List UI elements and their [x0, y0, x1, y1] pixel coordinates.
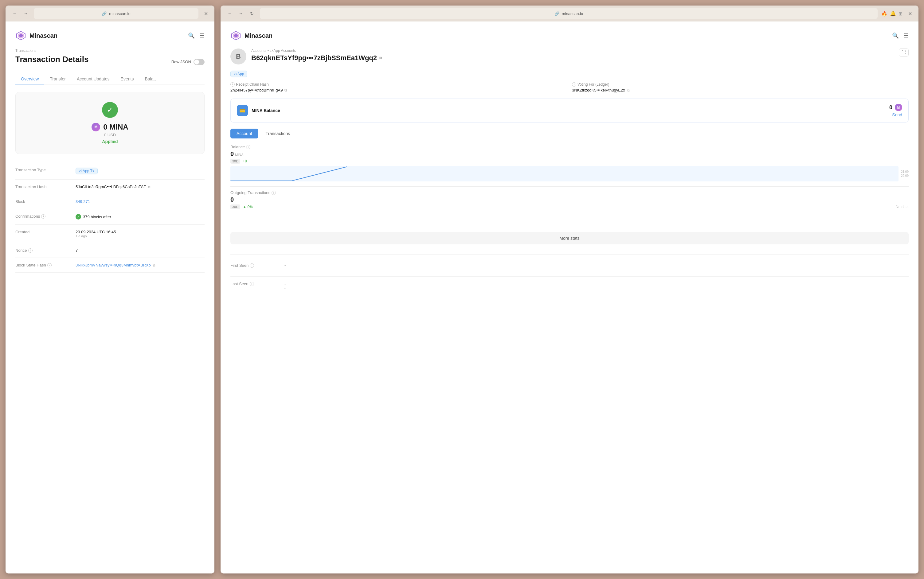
balance-left: 💳 MINA Balance: [237, 105, 280, 116]
chart-date-1: 21.09: [901, 170, 909, 173]
info-grid: i Receipt Chain Hash 2n24ii457py•••qtcdB…: [230, 82, 909, 92]
outgoing-stat-label: Outgoing Transactions i: [230, 190, 276, 195]
detail-row-hash: Transaction Hash 5JuCiLto3cRgmC•••LBFqk6…: [15, 180, 205, 194]
left-browser-window: ← → 🔗 minascan.io ✕ Minascan 🔍 ☰: [5, 5, 215, 574]
breadcrumb-left: Transactions: [15, 49, 205, 53]
more-stats-button[interactable]: More stats: [230, 232, 909, 244]
nonce-info-icon[interactable]: i: [28, 249, 33, 253]
outgoing-stat-info-icon[interactable]: i: [272, 191, 276, 195]
balance-mina-avatar: M: [895, 104, 902, 111]
zkapp-tag: zkApp: [230, 70, 247, 77]
last-seen-sub: -: [285, 286, 286, 290]
pill-tab-account[interactable]: Account: [230, 129, 258, 139]
wallet-icon: 💳: [237, 105, 248, 116]
reload-button-right[interactable]: ↻: [247, 9, 256, 18]
block-state-hash-copy-icon[interactable]: ⧉: [153, 263, 156, 267]
receipt-chain-hash-copy-icon[interactable]: ⧉: [285, 88, 287, 92]
account-address-text: B62qknETsYf9pg•••7zBjbSSmEa1Wgq2: [251, 54, 377, 62]
tab-bar-left: ← → 🔗 minascan.io ✕: [5, 5, 215, 21]
outgoing-period-area: 30D ▲ 0%: [230, 204, 253, 209]
receipt-info-icon[interactable]: i: [230, 82, 235, 87]
balance-chart: [230, 166, 898, 182]
account-address-copy-icon[interactable]: ⧉: [379, 56, 382, 60]
voting-for-cell: i Voting For (Ledger) 3NK2tkzqqK5•••keiP…: [572, 82, 909, 92]
balance-right: 0 M: [889, 104, 902, 111]
detail-value-block[interactable]: 349,271: [75, 199, 90, 204]
menu-button-right[interactable]: ☰: [904, 32, 909, 39]
last-seen-info-icon[interactable]: i: [250, 282, 254, 286]
tab-transfer[interactable]: Transfer: [44, 74, 71, 84]
balance-card: 💳 MINA Balance 0 M Send: [230, 98, 909, 123]
tab-bala[interactable]: Bala…: [139, 74, 163, 84]
created-ago: 1 d ago: [75, 234, 116, 238]
detail-row-block: Block 349,271: [15, 194, 205, 209]
close-button-left[interactable]: ✕: [202, 10, 210, 17]
last-seen-value-area: - -: [285, 281, 286, 290]
outgoing-chart-placeholder: [230, 212, 909, 227]
breadcrumb-accounts[interactable]: Accounts: [251, 49, 266, 53]
logo-text-left: Minascan: [29, 32, 57, 39]
first-seen-label: First Seen i: [230, 263, 280, 268]
nav-controls-right: ← → ↻: [226, 9, 256, 18]
nav-controls-left: ← →: [10, 9, 30, 18]
menu-button-left[interactable]: ☰: [200, 32, 205, 39]
site-header-right: Minascan 🔍 ☰: [230, 30, 909, 41]
confirmations-info-icon[interactable]: i: [41, 214, 46, 219]
url-icon-right: 🔗: [554, 11, 559, 16]
balance-chart-area: 21.09 22.09: [230, 166, 909, 182]
detail-row-created: Created 20.09.2024 UTC 16:45 1 d ago: [15, 225, 205, 243]
confirmations-text: 379 blocks after: [83, 214, 111, 219]
logo-right: Minascan: [230, 30, 272, 41]
raw-json-switch[interactable]: [193, 59, 205, 65]
forward-button-right[interactable]: →: [236, 9, 245, 18]
balance-stat-info-icon[interactable]: i: [246, 145, 251, 149]
url-text-left: minascan.io: [109, 11, 130, 16]
detail-row-type: Transaction Type zkApp Tx: [15, 163, 205, 180]
detail-label-nonce: Nonce i: [15, 248, 70, 253]
account-header: B Accounts • zkApp Accounts B62qknETsYf9…: [230, 49, 909, 64]
amount-row: M 0 MINA: [26, 123, 195, 131]
tab-overview[interactable]: Overview: [15, 74, 44, 84]
search-button-left[interactable]: 🔍: [188, 32, 195, 39]
detail-value-block-state-hash: 3NKxJbmVNavwsy•••nQq3MnmvbtABRXo ⧉: [75, 263, 156, 267]
first-seen-info-icon[interactable]: i: [250, 263, 254, 268]
mina-avatar: M: [92, 123, 100, 131]
site-header-left: Minascan 🔍 ☰: [15, 30, 205, 41]
send-link[interactable]: Send: [892, 112, 902, 117]
account-address: B62qknETsYf9pg•••7zBjbSSmEa1Wgq2 ⧉: [251, 54, 894, 62]
balance-right-area: 0 M Send: [889, 104, 902, 117]
balance-stat-value: 0: [230, 150, 234, 157]
logo-text-right: Minascan: [244, 32, 272, 39]
forward-button-left[interactable]: →: [21, 9, 30, 18]
expand-button[interactable]: ⛶: [899, 49, 909, 57]
back-button-left[interactable]: ←: [10, 9, 19, 18]
tab-events[interactable]: Events: [115, 74, 139, 84]
pill-tabs: Account Transactions: [230, 129, 909, 139]
last-seen-value: -: [285, 281, 286, 286]
tab-url-right[interactable]: 🔗 minascan.io: [260, 8, 878, 19]
tab-url-left[interactable]: 🔗 minascan.io: [34, 8, 198, 19]
back-button-right[interactable]: ←: [226, 9, 234, 18]
chart-date-2: 22.09: [901, 174, 909, 177]
tx-hash-copy-icon[interactable]: ⧉: [148, 185, 151, 189]
tab-account-updates[interactable]: Account Updates: [71, 74, 115, 84]
balance-stat-section: Balance i 0 MINA 30D +0: [230, 145, 909, 182]
url-text-right: minascan.io: [562, 11, 583, 16]
detail-row-block-state-hash: Block State Hash i 3NKxJbmVNavwsy•••nQq3…: [15, 258, 205, 273]
close-button-right[interactable]: ✕: [906, 10, 914, 17]
detail-label-block-state-hash: Block State Hash i: [15, 263, 70, 267]
search-button-right[interactable]: 🔍: [892, 32, 899, 39]
balance-period-row: 30D +0: [230, 159, 909, 164]
block-state-hash-info-icon[interactable]: i: [47, 263, 52, 267]
header-actions-left: 🔍 ☰: [188, 32, 205, 39]
breadcrumb-zkapp-accounts[interactable]: zkApp Accounts: [270, 49, 296, 53]
outgoing-change: ▲ 0%: [242, 205, 253, 209]
detail-label-created: Created: [15, 230, 70, 234]
divider-2: [230, 254, 909, 255]
voting-for-copy-icon[interactable]: ⧉: [627, 88, 630, 92]
pill-tab-transactions[interactable]: Transactions: [260, 129, 297, 139]
detail-row-nonce: Nonce i 7: [15, 243, 205, 258]
created-date: 20.09.2024 UTC 16:45: [75, 230, 116, 234]
voting-info-icon[interactable]: i: [572, 82, 576, 87]
outgoing-stat-value: 0: [230, 196, 234, 203]
